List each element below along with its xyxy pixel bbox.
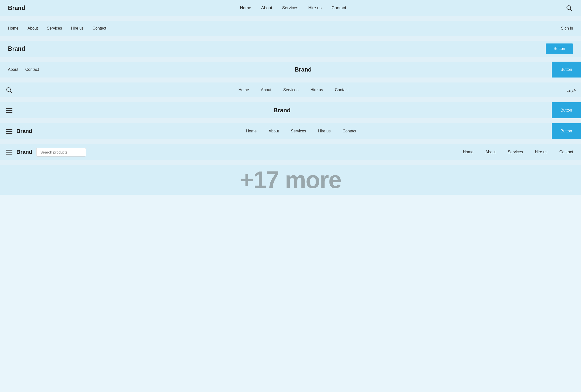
nav-hireus-8[interactable]: Hire us [535,150,548,154]
right-btn-4: Button [552,62,581,78]
hamburger-line-3 [6,112,12,113]
nav-about-1[interactable]: About [261,6,272,10]
gap-1 [0,16,581,21]
brand-logo-7[interactable]: Brand [16,128,32,134]
left-section-7: Brand [6,128,51,134]
sign-in-link[interactable]: Sign in [561,26,573,30]
left-section-8: Brand [6,148,86,156]
hamburger-line-8-2 [6,152,12,152]
hamburger-line-7-1 [6,129,12,130]
navbar-8: Brand Home About Services Hire us Contac… [0,144,581,160]
gap-7 [0,139,581,144]
nav-about-8[interactable]: About [485,150,496,154]
gap-2 [0,36,581,41]
navbar-4: About Contact Brand Button [0,62,581,78]
search-svg-5 [6,87,12,93]
gap-4 [0,78,581,82]
nav-home-7[interactable]: Home [246,129,257,134]
navbar-2: Home About Services Hire us Contact Sign… [0,21,581,36]
nav-home-8[interactable]: Home [463,150,474,154]
svg-line-1 [570,9,572,11]
hamburger-line-7-3 [6,133,12,134]
button-6[interactable]: Button [552,102,581,118]
button-7[interactable]: Button [552,123,581,139]
hamburger-icon-8[interactable] [6,150,12,154]
right-btn-6: Button [552,102,581,118]
svg-point-2 [7,88,10,92]
more-label: +17 more [240,166,341,194]
nav-contact-7[interactable]: Contact [343,129,356,134]
search-icon-1[interactable] [565,4,573,12]
brand-logo-3[interactable]: Brand [8,45,25,52]
brand-logo-8[interactable]: Brand [16,149,32,155]
search-svg-1 [566,5,572,11]
hamburger-line-7-2 [6,131,12,132]
hamburger-line-2 [6,110,12,111]
nav-about-7[interactable]: About [269,129,279,134]
nav-services-1[interactable]: Services [282,6,298,10]
nav-about-5[interactable]: About [261,88,271,92]
button-4[interactable]: Button [552,62,581,78]
hamburger-line-8-1 [6,150,12,150]
nav-hireus-1[interactable]: Hire us [308,6,322,10]
nav-links-7: Home About Services Hire us Contact [51,129,552,134]
nav-hireus-7[interactable]: Hire us [318,129,331,134]
hamburger-line-8-3 [6,154,12,154]
nav-home-5[interactable]: Home [238,88,249,92]
nav-contact-2[interactable]: Contact [93,26,106,30]
navbar-6: Brand Button [0,102,581,118]
nav-links-5: Home About Services Hire us Contact [20,88,567,92]
nav-contact-5[interactable]: Contact [335,88,349,92]
nav-links-8: Home About Services Hire us Contact [86,150,573,154]
right-section-1 [561,4,573,12]
gap-5 [0,98,581,102]
brand-logo-4[interactable]: Brand [55,66,552,73]
nav-hireus-2[interactable]: Hire us [71,26,84,30]
nav-home-1[interactable]: Home [240,6,251,10]
nav-about-4[interactable]: About [8,67,18,72]
navbar-5: Home About Services Hire us Contact عربي [0,82,581,98]
navbar-7: Brand Home About Services Hire us Contac… [0,123,581,139]
gap-6 [0,118,581,123]
hamburger-icon-6[interactable] [6,108,12,113]
nav-services-5[interactable]: Services [283,88,298,92]
search-input-8[interactable] [36,148,86,156]
hamburger-icon-7[interactable] [6,129,12,134]
nav-services-8[interactable]: Services [508,150,523,154]
nav-contact-4[interactable]: Contact [25,67,39,72]
search-area-5 [5,86,20,94]
brand-logo-6[interactable]: Brand [12,107,552,114]
svg-point-0 [567,6,571,10]
nav-services-2[interactable]: Services [47,26,62,30]
nav-services-7[interactable]: Services [291,129,306,134]
navbar-1: Brand Home About Services Hire us Contac… [0,0,581,16]
gap-3 [0,57,581,62]
right-btn-7: Button [552,123,581,139]
navbar-3: Brand Button [0,41,581,57]
divider-1 [561,4,561,12]
search-icon-5[interactable] [5,86,13,94]
nav-home-2[interactable]: Home [8,26,19,30]
nav-contact-1[interactable]: Contact [331,6,346,10]
nav-links-1: Home About Services Hire us Contact [240,6,346,10]
more-overlay[interactable]: +17 more [0,165,581,195]
nav-about-2[interactable]: About [27,26,38,30]
button-3[interactable]: Button [546,44,573,54]
nav-contact-8[interactable]: Contact [560,150,573,154]
left-links-4: About Contact [0,67,55,72]
brand-logo-1[interactable]: Brand [8,4,25,12]
nav-hireus-5[interactable]: Hire us [310,88,323,92]
hamburger-line-1 [6,108,12,109]
arabic-label: عربي [567,88,576,92]
gap-8 [0,160,581,165]
nav-links-2: Home About Services Hire us Contact [8,26,106,30]
svg-line-3 [10,91,12,93]
